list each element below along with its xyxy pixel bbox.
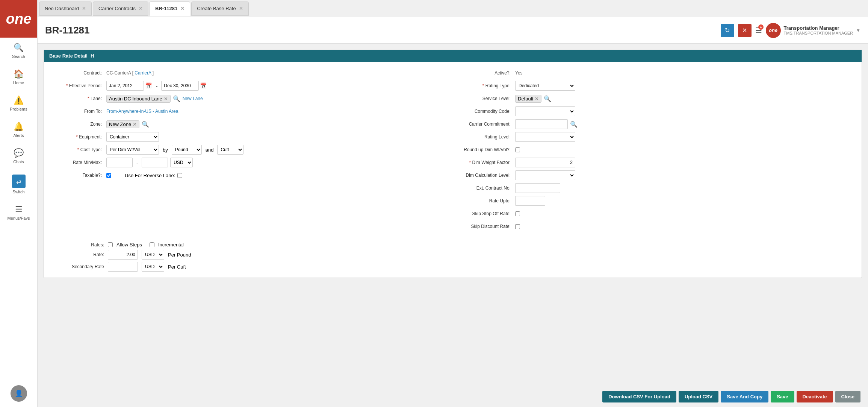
download-csv-button[interactable]: Download CSV For Upload: [602, 391, 676, 402]
header-bar: BR-11281 ↻ ✕ ☰ ★ one Transportation Mana…: [38, 17, 868, 44]
sidebar-item-home[interactable]: 🏠 Home: [0, 64, 37, 90]
page-title: BR-11281: [45, 24, 721, 36]
menu-button[interactable]: ☰ ★: [755, 26, 762, 35]
rate-minmax-row: Rate Min/Max: - USD EUR GBP: [51, 157, 445, 168]
tab-bar: Neo Dashboard ✕ Carrier Contracts ✕ BR-1…: [38, 0, 868, 17]
rating-level-row: Rating Level:: [460, 132, 854, 142]
deactivate-button[interactable]: Deactivate: [797, 391, 833, 402]
sidebar-item-problems[interactable]: ⚠️ Problems: [0, 90, 37, 117]
cost-type-by: by: [163, 147, 168, 153]
tab-close-neo-dashboard[interactable]: ✕: [82, 6, 86, 11]
carrier-link[interactable]: CarrierA: [135, 70, 151, 76]
zone-search-button[interactable]: 🔍: [142, 121, 149, 128]
rate-min-input[interactable]: [106, 158, 133, 167]
cost-type-unit1-select[interactable]: Pound Kilogram: [172, 145, 202, 155]
ext-contract-row: Ext. Contract No:: [460, 183, 854, 193]
close-button[interactable]: Close: [835, 391, 860, 402]
contract-label: Contract:: [51, 70, 104, 76]
secondary-currency-select[interactable]: USD EUR: [142, 262, 164, 272]
tab-close-carrier-contracts[interactable]: ✕: [139, 6, 143, 11]
service-level-tag-remove[interactable]: ✕: [535, 96, 539, 102]
start-calendar-button[interactable]: 📅: [145, 82, 152, 89]
close-window-button[interactable]: ✕: [738, 24, 752, 37]
effective-period-label: Effective Period:: [51, 83, 104, 88]
zone-tag: New Zone ✕: [106, 120, 139, 128]
user-profile[interactable]: one Transportation Manager TMS.TRANSPORT…: [766, 23, 860, 38]
carrier-commitment-search-button[interactable]: 🔍: [570, 121, 578, 128]
dim-calc-select[interactable]: [515, 170, 575, 180]
rate-row: Rate: USD EUR Per Pound: [51, 250, 854, 260]
commodity-code-row: Commodity Code:: [460, 106, 854, 117]
lane-tag-remove[interactable]: ✕: [164, 96, 168, 102]
ext-contract-input[interactable]: [515, 183, 560, 193]
sidebar-item-search[interactable]: 🔍 Search: [0, 38, 37, 64]
sidebar-item-switch[interactable]: ⇄ Switch: [0, 169, 37, 199]
equipment-select[interactable]: Container Truck Rail Air: [106, 132, 159, 142]
use-reverse-checkbox[interactable]: [177, 173, 182, 178]
user-avatar[interactable]: 👤: [11, 385, 27, 402]
rate-upto-input[interactable]: [515, 196, 545, 206]
taxable-checkbox[interactable]: [106, 173, 111, 178]
logo-text: one: [6, 11, 32, 27]
from-to-value[interactable]: From-Anywhere-In-US - Austin Area: [106, 109, 178, 114]
round-up-checkbox[interactable]: [515, 147, 520, 152]
refresh-button[interactable]: ↻: [721, 24, 734, 37]
skip-stop-off-checkbox[interactable]: [515, 211, 520, 216]
effective-start-input[interactable]: [106, 81, 144, 91]
lane-new-link[interactable]: New Lane: [183, 96, 203, 101]
rating-type-select[interactable]: Dedicated Spot Contract: [515, 81, 575, 91]
secondary-rate-row: Secondary Rate USD EUR Per Cuft: [51, 262, 854, 272]
lane-search-button[interactable]: 🔍: [173, 95, 180, 102]
lane-tag-text: Austin DC Inbound Lane: [109, 96, 162, 102]
tab-create-base-rate[interactable]: Create Base Rate ✕: [191, 2, 248, 16]
app-logo[interactable]: one: [0, 0, 37, 38]
sidebar-item-chats[interactable]: 💬 Chats: [0, 143, 37, 169]
secondary-rate-input[interactable]: [108, 262, 138, 272]
end-calendar-button[interactable]: 📅: [200, 82, 207, 89]
skip-discount-checkbox[interactable]: [515, 224, 520, 229]
cost-type-unit2-select[interactable]: Cuft CBM: [217, 145, 243, 155]
lane-label: Lane:: [51, 96, 104, 101]
save-button[interactable]: Save: [771, 391, 794, 402]
currency-select[interactable]: USD EUR GBP: [170, 158, 193, 167]
service-level-search-button[interactable]: 🔍: [544, 95, 551, 102]
incremental-checkbox[interactable]: [150, 242, 154, 247]
sidebar-item-label: Menus/Favs: [8, 216, 30, 220]
user-dropdown-icon: ▼: [856, 28, 860, 33]
carrier-commitment-row: Carrier Commitment: 🔍: [460, 119, 854, 129]
zone-tag-remove[interactable]: ✕: [133, 121, 137, 127]
rates-section: Rates: Allow Steps Incremental Rate: USD…: [44, 238, 862, 278]
carrier-commitment-input[interactable]: [515, 119, 568, 129]
rate-currency-select[interactable]: USD EUR: [142, 250, 164, 260]
tab-carrier-contracts[interactable]: Carrier Contracts ✕: [93, 2, 148, 16]
contract-text: CC-CarrierA [ CarrierA ]: [106, 70, 154, 76]
cost-type-and: and: [206, 147, 214, 153]
tab-neo-dashboard[interactable]: Neo Dashboard ✕: [39, 2, 92, 16]
sidebar-item-menus[interactable]: ☰ Menus/Favs: [0, 199, 37, 226]
allow-steps-checkbox[interactable]: [108, 242, 113, 247]
save-and-copy-button[interactable]: Save And Copy: [721, 391, 768, 402]
commodity-code-select[interactable]: [515, 106, 575, 116]
effective-end-input[interactable]: [161, 81, 199, 91]
tab-br-11281[interactable]: BR-11281 ✕: [150, 2, 190, 16]
tab-close-create-base-rate[interactable]: ✕: [239, 6, 243, 11]
rating-level-select[interactable]: [515, 132, 575, 142]
effective-start-wrap: 📅: [106, 81, 152, 91]
user-logo-text: one: [769, 27, 777, 33]
equipment-row: Equipment: Container Truck Rail Air: [51, 132, 445, 142]
incremental-label: Incremental: [158, 242, 184, 248]
skip-stop-off-label: Skip Stop Off Rate:: [460, 211, 513, 216]
main-area: Neo Dashboard ✕ Carrier Contracts ✕ BR-1…: [38, 0, 868, 407]
effective-end-wrap: 📅: [161, 81, 207, 91]
round-up-row: Round up Dim Wt/Vol?:: [460, 144, 854, 155]
upload-csv-button[interactable]: Upload CSV: [679, 391, 718, 402]
tab-close-br-11281[interactable]: ✕: [180, 6, 184, 11]
rate-input[interactable]: [108, 250, 138, 260]
header-actions: ↻ ✕ ☰ ★ one Transportation Manager TMS.T…: [721, 23, 860, 38]
rate-max-input[interactable]: [142, 158, 168, 167]
sidebar-item-alerts[interactable]: 🔔 Alerts: [0, 117, 37, 143]
dim-calc-label: Dim Calculation Level:: [460, 173, 513, 178]
equipment-label: Equipment:: [51, 134, 104, 140]
dim-weight-input[interactable]: [515, 158, 575, 167]
cost-type-select[interactable]: Per Dim Wt/Vol Per Mile Flat: [106, 145, 159, 155]
